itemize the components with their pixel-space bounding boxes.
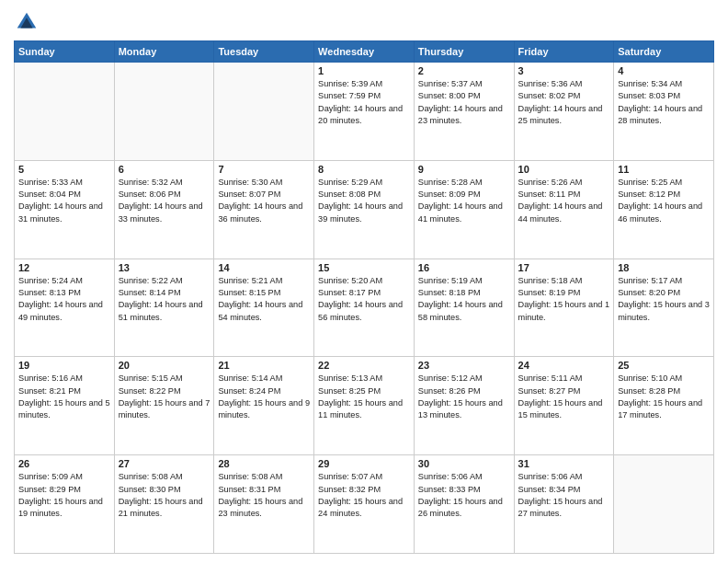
day-info: Sunrise: 5:12 AMSunset: 8:26 PMDaylight:… bbox=[418, 373, 510, 421]
day-number: 15 bbox=[318, 262, 410, 273]
calendar-header: SundayMondayTuesdayWednesdayThursdayFrid… bbox=[15, 41, 714, 63]
day-cell: 29Sunrise: 5:07 AMSunset: 8:32 PMDayligh… bbox=[314, 455, 415, 554]
day-cell: 4Sunrise: 5:34 AMSunset: 8:03 PMDaylight… bbox=[614, 63, 714, 161]
day-cell: 3Sunrise: 5:36 AMSunset: 8:02 PMDaylight… bbox=[514, 63, 614, 161]
day-cell: 20Sunrise: 5:15 AMSunset: 8:22 PMDayligh… bbox=[114, 357, 214, 455]
day-cell bbox=[214, 63, 314, 161]
day-info: Sunrise: 5:30 AMSunset: 8:07 PMDaylight:… bbox=[218, 177, 310, 225]
day-info: Sunrise: 5:37 AMSunset: 8:00 PMDaylight:… bbox=[418, 78, 510, 127]
day-cell: 25Sunrise: 5:10 AMSunset: 8:28 PMDayligh… bbox=[614, 357, 714, 455]
day-cell: 21Sunrise: 5:14 AMSunset: 8:24 PMDayligh… bbox=[214, 357, 314, 455]
day-number: 24 bbox=[518, 360, 610, 371]
logo-icon bbox=[14, 9, 40, 35]
day-info: Sunrise: 5:08 AMSunset: 8:31 PMDaylight:… bbox=[218, 471, 310, 520]
day-info: Sunrise: 5:08 AMSunset: 8:30 PMDaylight:… bbox=[119, 471, 210, 520]
col-header-sunday: Sunday bbox=[15, 41, 115, 63]
day-number: 27 bbox=[119, 458, 210, 469]
col-header-saturday: Saturday bbox=[614, 41, 714, 63]
day-cell: 11Sunrise: 5:25 AMSunset: 8:12 PMDayligh… bbox=[614, 160, 714, 259]
day-info: Sunrise: 5:22 AMSunset: 8:14 PMDaylight:… bbox=[119, 275, 210, 324]
day-number: 16 bbox=[418, 262, 510, 273]
day-info: Sunrise: 5:26 AMSunset: 8:11 PMDaylight:… bbox=[518, 177, 610, 225]
day-number: 17 bbox=[518, 262, 610, 273]
day-number: 5 bbox=[18, 164, 110, 175]
day-number: 13 bbox=[119, 262, 210, 273]
day-number: 20 bbox=[119, 360, 210, 371]
col-header-friday: Friday bbox=[514, 41, 614, 63]
day-info: Sunrise: 5:16 AMSunset: 8:21 PMDaylight:… bbox=[18, 373, 110, 421]
day-info: Sunrise: 5:06 AMSunset: 8:34 PMDaylight:… bbox=[518, 471, 610, 520]
day-info: Sunrise: 5:13 AMSunset: 8:25 PMDaylight:… bbox=[318, 373, 410, 421]
day-info: Sunrise: 5:20 AMSunset: 8:17 PMDaylight:… bbox=[318, 275, 410, 324]
day-info: Sunrise: 5:07 AMSunset: 8:32 PMDaylight:… bbox=[318, 471, 410, 520]
day-info: Sunrise: 5:28 AMSunset: 8:09 PMDaylight:… bbox=[418, 177, 510, 225]
day-number: 8 bbox=[318, 164, 410, 175]
week-row-4: 19Sunrise: 5:16 AMSunset: 8:21 PMDayligh… bbox=[15, 357, 714, 455]
day-info: Sunrise: 5:09 AMSunset: 8:29 PMDaylight:… bbox=[18, 471, 110, 520]
day-number: 2 bbox=[418, 65, 510, 76]
day-info: Sunrise: 5:25 AMSunset: 8:12 PMDaylight:… bbox=[618, 177, 710, 225]
day-number: 25 bbox=[618, 360, 710, 371]
day-info: Sunrise: 5:33 AMSunset: 8:04 PMDaylight:… bbox=[18, 177, 110, 225]
week-row-5: 26Sunrise: 5:09 AMSunset: 8:29 PMDayligh… bbox=[15, 455, 714, 554]
day-cell: 26Sunrise: 5:09 AMSunset: 8:29 PMDayligh… bbox=[15, 455, 115, 554]
day-number: 28 bbox=[218, 458, 310, 469]
day-info: Sunrise: 5:34 AMSunset: 8:03 PMDaylight:… bbox=[618, 78, 710, 127]
day-cell: 17Sunrise: 5:18 AMSunset: 8:19 PMDayligh… bbox=[514, 259, 614, 357]
logo bbox=[14, 9, 43, 35]
day-number: 9 bbox=[418, 164, 510, 175]
week-row-3: 12Sunrise: 5:24 AMSunset: 8:13 PMDayligh… bbox=[15, 259, 714, 357]
day-cell: 9Sunrise: 5:28 AMSunset: 8:09 PMDaylight… bbox=[414, 160, 514, 259]
day-info: Sunrise: 5:17 AMSunset: 8:20 PMDaylight:… bbox=[618, 275, 710, 324]
day-cell: 14Sunrise: 5:21 AMSunset: 8:15 PMDayligh… bbox=[214, 259, 314, 357]
day-info: Sunrise: 5:24 AMSunset: 8:13 PMDaylight:… bbox=[18, 275, 110, 324]
page: SundayMondayTuesdayWednesdayThursdayFrid… bbox=[0, 0, 728, 563]
day-number: 18 bbox=[618, 262, 710, 273]
day-cell bbox=[15, 63, 115, 161]
day-cell: 24Sunrise: 5:11 AMSunset: 8:27 PMDayligh… bbox=[514, 357, 614, 455]
day-info: Sunrise: 5:14 AMSunset: 8:24 PMDaylight:… bbox=[218, 373, 310, 421]
header bbox=[14, 9, 714, 35]
col-header-thursday: Thursday bbox=[414, 41, 514, 63]
day-number: 7 bbox=[218, 164, 310, 175]
day-cell: 12Sunrise: 5:24 AMSunset: 8:13 PMDayligh… bbox=[15, 259, 115, 357]
day-cell: 7Sunrise: 5:30 AMSunset: 8:07 PMDaylight… bbox=[214, 160, 314, 259]
day-number: 6 bbox=[119, 164, 210, 175]
day-cell: 16Sunrise: 5:19 AMSunset: 8:18 PMDayligh… bbox=[414, 259, 514, 357]
day-info: Sunrise: 5:32 AMSunset: 8:06 PMDaylight:… bbox=[119, 177, 210, 225]
week-row-2: 5Sunrise: 5:33 AMSunset: 8:04 PMDaylight… bbox=[15, 160, 714, 259]
day-number: 12 bbox=[18, 262, 110, 273]
header-row: SundayMondayTuesdayWednesdayThursdayFrid… bbox=[15, 41, 714, 63]
day-info: Sunrise: 5:29 AMSunset: 8:08 PMDaylight:… bbox=[318, 177, 410, 225]
day-cell: 23Sunrise: 5:12 AMSunset: 8:26 PMDayligh… bbox=[414, 357, 514, 455]
day-number: 10 bbox=[518, 164, 610, 175]
day-number: 29 bbox=[318, 458, 410, 469]
day-info: Sunrise: 5:19 AMSunset: 8:18 PMDaylight:… bbox=[418, 275, 510, 324]
day-cell: 31Sunrise: 5:06 AMSunset: 8:34 PMDayligh… bbox=[514, 455, 614, 554]
day-info: Sunrise: 5:36 AMSunset: 8:02 PMDaylight:… bbox=[518, 78, 610, 127]
col-header-wednesday: Wednesday bbox=[314, 41, 415, 63]
day-number: 14 bbox=[218, 262, 310, 273]
day-cell: 13Sunrise: 5:22 AMSunset: 8:14 PMDayligh… bbox=[114, 259, 214, 357]
day-number: 4 bbox=[618, 65, 710, 76]
day-cell: 10Sunrise: 5:26 AMSunset: 8:11 PMDayligh… bbox=[514, 160, 614, 259]
day-number: 19 bbox=[18, 360, 110, 371]
day-cell: 18Sunrise: 5:17 AMSunset: 8:20 PMDayligh… bbox=[614, 259, 714, 357]
col-header-tuesday: Tuesday bbox=[214, 41, 314, 63]
day-cell: 27Sunrise: 5:08 AMSunset: 8:30 PMDayligh… bbox=[114, 455, 214, 554]
week-row-1: 1Sunrise: 5:39 AMSunset: 7:59 PMDaylight… bbox=[15, 63, 714, 161]
day-number: 21 bbox=[218, 360, 310, 371]
day-info: Sunrise: 5:39 AMSunset: 7:59 PMDaylight:… bbox=[318, 78, 410, 127]
day-cell: 15Sunrise: 5:20 AMSunset: 8:17 PMDayligh… bbox=[314, 259, 415, 357]
day-info: Sunrise: 5:06 AMSunset: 8:33 PMDaylight:… bbox=[418, 471, 510, 520]
day-number: 22 bbox=[318, 360, 410, 371]
day-info: Sunrise: 5:21 AMSunset: 8:15 PMDaylight:… bbox=[218, 275, 310, 324]
day-cell: 8Sunrise: 5:29 AMSunset: 8:08 PMDaylight… bbox=[314, 160, 415, 259]
day-number: 1 bbox=[318, 65, 410, 76]
day-info: Sunrise: 5:18 AMSunset: 8:19 PMDaylight:… bbox=[518, 275, 610, 324]
calendar-table: SundayMondayTuesdayWednesdayThursdayFrid… bbox=[14, 40, 714, 554]
day-number: 31 bbox=[518, 458, 610, 469]
day-number: 3 bbox=[518, 65, 610, 76]
day-cell: 5Sunrise: 5:33 AMSunset: 8:04 PMDaylight… bbox=[15, 160, 115, 259]
day-info: Sunrise: 5:15 AMSunset: 8:22 PMDaylight:… bbox=[119, 373, 210, 421]
